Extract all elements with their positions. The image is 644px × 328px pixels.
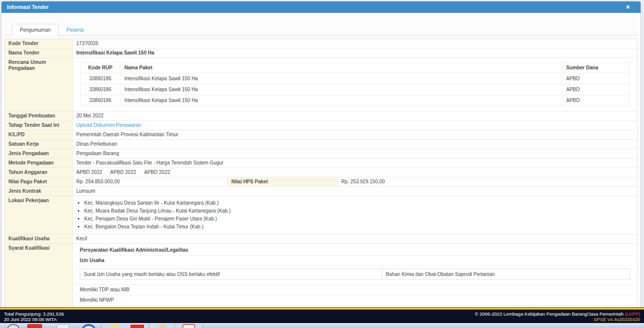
field-value: Lumsum: [73, 187, 638, 196]
close-icon[interactable]: ✕: [621, 1, 635, 13]
rup-sumber: APBD: [562, 95, 630, 106]
rup-row: 33860186 Intensifikasi Kelapa Sawit 150 …: [81, 95, 630, 106]
taskbar-divider: [149, 323, 149, 328]
rup-col-kode: Kode RUP: [81, 62, 120, 73]
rup-header-row: Kode RUP Nama Paket Sumber Dana: [81, 62, 630, 73]
rup-row: 33860186 Intensifikasi Kelapa Sawit 150 …: [81, 84, 630, 95]
field-label: Jenis Kontrak: [5, 187, 73, 196]
table-row: Tahap Tender Saat Ini Upload Dokumen Pen…: [5, 121, 638, 130]
table-row: Satuan Kerja Dinas Perkebunan: [5, 140, 638, 149]
dialog-body: Pengumuman Peserta Kode Tender 17370035 …: [1, 13, 641, 307]
lokasi-item: Kec. Muara Badak Desa Tanjung Limau - Ku…: [84, 207, 634, 215]
tab-pengumuman[interactable]: Pengumuman: [12, 24, 58, 36]
field-label: Syarat Kualifikasi: [5, 244, 73, 308]
rup-kode: 33860186: [81, 84, 120, 95]
spse-version: SPSE v4.4u20220420: [475, 317, 640, 322]
field-value: Kecil: [73, 234, 638, 244]
lokasi-item: Kec. Penajam Desa Giri Mukti - Penajem P…: [84, 215, 634, 223]
field-label: Satuan Kerja: [5, 140, 73, 149]
rup-cell: Kode RUP Nama Paket Sumber Dana 33860186…: [73, 58, 638, 111]
field-value: Rp. 254.850.000,00: [73, 177, 228, 187]
izin-jenis: Surat Izin Usaha yang masih berlaku atau…: [80, 269, 382, 279]
copyright-text: © 2006-2022 Lembaga Kebijakan Pengadaan …: [475, 311, 625, 317]
footer-right: © 2006-2022 Lembaga Kebijakan Pengadaan …: [475, 311, 640, 322]
rup-sumber: APBD: [562, 84, 630, 95]
izin-usaha-heading: Izin Usaha: [76, 256, 634, 266]
lkpp-link[interactable]: (LKPP): [625, 311, 640, 317]
field-value: Dinas Perkebunan: [73, 140, 638, 149]
table-row: Nama Tender Intensifikasi Kelapa Sawit 1…: [5, 49, 638, 58]
field-value: Rp. 253.929.150,00: [338, 177, 638, 187]
syarat-cell: Persyaratan Kualifikasi Administrasi/Leg…: [73, 244, 638, 308]
field-label: Metode Pengadaan: [5, 159, 73, 168]
field-label: Nilai HPS Paket: [228, 177, 338, 187]
rup-nama: Intensifikasi Kelapa Sawit 150 Ha: [120, 73, 562, 84]
field-label: Lokasi Pekerjaan: [5, 196, 73, 234]
table-row: K/L/PD Pemerintah Daerah Provinsi Kalima…: [5, 130, 638, 140]
tahun-anggaran-item: APBD 2022: [110, 169, 136, 175]
field-label: Kode Tender: [5, 39, 73, 49]
izin-usaha-wrap: Surat Izin Usaha yang masih berlaku atau…: [76, 266, 634, 285]
visitor-count: Total Pengunjung: 3.291.536: [4, 311, 64, 317]
dialog-titlebar: Informasi Tender ✕: [1, 1, 641, 13]
table-row: Jenis Pengadaan Pengadaan Barang: [5, 149, 638, 159]
field-label: Kualifikasi Usaha: [5, 234, 73, 244]
rup-nama: Intensifikasi Kelapa Sawit 150 Ha: [120, 84, 562, 95]
field-value: APBD 2022 APBD 2022 APBD 2022: [73, 168, 638, 177]
tab-peserta[interactable]: Peserta: [58, 24, 91, 36]
tahun-anggaran-item: APBD 2022: [144, 169, 170, 175]
taskbar-browser-icon[interactable]: [82, 324, 96, 328]
field-value: Pengadaan Barang: [73, 149, 638, 159]
rup-col-nama: Nama Paket: [120, 62, 562, 73]
syarat-item-tdp: Memiliki TDP atau NIB: [76, 285, 634, 295]
rup-sumber: APBD: [562, 73, 630, 84]
lokasi-item: Kec. Bengalon Desa Tepian Indah - Kutai …: [84, 223, 634, 231]
taskbar-divider: [174, 323, 175, 328]
table-row: Tanggal Pembuatan 20 Mei 2022: [5, 111, 638, 121]
table-row: Syarat Kualifikasi Persyaratan Kualifika…: [5, 244, 638, 308]
field-label: Rencana Umum Pengadaan: [5, 58, 73, 111]
tahun-anggaran-item: APBD 2022: [76, 169, 102, 175]
taskbar-start-icon[interactable]: [7, 324, 20, 328]
footer-left: Total Pengunjung: 3.291.536 20 Juni 2022…: [4, 311, 64, 322]
table-row: Metode Pengadaan Tender - Pascakualifika…: [5, 159, 638, 168]
informasi-tender-dialog: Informasi Tender ✕ Pengumuman Peserta Ko…: [1, 1, 641, 307]
rup-col-sumber: Sumber Dana: [562, 62, 630, 73]
table-row: Tahun Anggaran APBD 2022 APBD 2022 APBD …: [5, 168, 638, 177]
table-row: Rencana Umum Pengadaan Kode RUP Nama Pak…: [5, 58, 638, 111]
rup-nama: Intensifikasi Kelapa Sawit 150 Ha: [120, 95, 562, 106]
field-label: Jenis Pengadaan: [5, 149, 73, 159]
table-row: Nilai Pagu Paket Rp. 254.850.000,00 Nila…: [5, 177, 638, 187]
rup-kode: 33860186: [81, 73, 120, 84]
rup-kode: 33860186: [81, 95, 120, 106]
field-value: Upload Dokumen Penawaran: [73, 121, 638, 130]
table-row: Kode Tender 17370035: [5, 39, 638, 49]
field-label: Nama Tender: [5, 49, 73, 58]
taskbar-app-icon[interactable]: [182, 324, 195, 328]
tahap-tender-link[interactable]: Upload Dokumen Penawaran: [76, 122, 141, 128]
field-label: Tahap Tender Saat Ini: [5, 121, 73, 130]
syarat-item-npwp: Memiliki NPWP: [76, 295, 634, 306]
izin-usaha-table: Surat Izin Usaha yang masih berlaku atau…: [80, 269, 630, 280]
tender-info-table: Kode Tender 17370035 Nama Tender Intensi…: [4, 39, 638, 307]
copyright-line: © 2006-2022 Lembaga Kebijakan Pengadaan …: [475, 311, 640, 317]
table-row: Lokasi Pekerjaan Kec. Marangkayu Desa Sa…: [5, 196, 638, 234]
field-value: Pemerintah Daerah Provinsi Kalimantan Ti…: [73, 130, 638, 140]
taskbar-app-icon[interactable]: [27, 324, 42, 328]
tab-bar: Pengumuman Peserta: [4, 24, 638, 36]
field-label: Tanggal Pembuatan: [5, 111, 73, 121]
field-label: K/L/PD: [5, 130, 73, 140]
field-value: Intensifikasi Kelapa Sawit 150 Ha: [73, 49, 638, 58]
taskbar-app-icon[interactable]: [57, 324, 69, 328]
field-value: 20 Mei 2022: [73, 111, 638, 121]
table-row: Kualifikasi Usaha Kecil: [5, 234, 638, 244]
field-value: 17370035: [73, 39, 638, 49]
page-footer: Total Pengunjung: 3.291.536 20 Juni 2022…: [0, 310, 644, 323]
dialog-title: Informasi Tender: [7, 1, 49, 13]
lokasi-cell: Kec. Marangkayu Desa Santan Ilir - Kutai…: [73, 196, 638, 234]
rup-table: Kode RUP Nama Paket Sumber Dana 33860186…: [80, 62, 630, 106]
taskbar-app-icon[interactable]: [130, 324, 145, 328]
field-label: Tahun Anggaran: [5, 168, 73, 177]
os-taskbar: [0, 323, 644, 328]
rup-row: 33860186 Intensifikasi Kelapa Sawit 150 …: [81, 73, 630, 84]
